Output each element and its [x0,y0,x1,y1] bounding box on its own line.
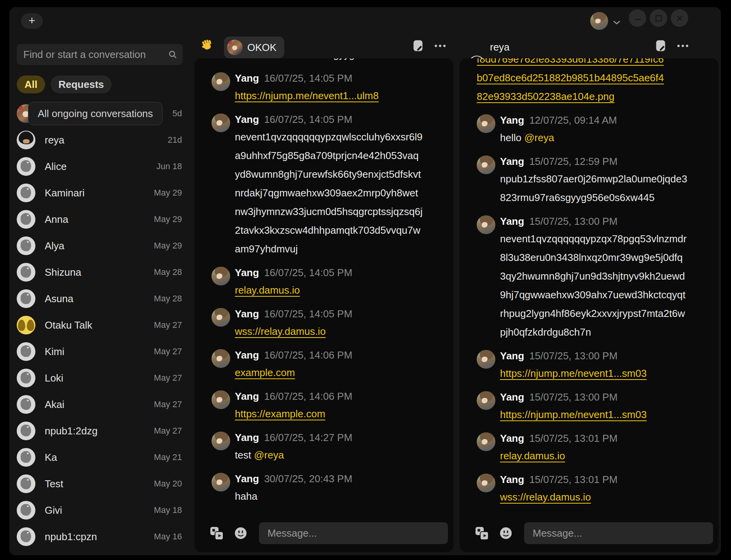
conversation-item[interactable]: AlyaMay 29 [17,233,182,259]
conversation-item[interactable]: KaMay 21 [17,444,182,471]
avatar [477,350,495,369]
filter-requests[interactable]: Requests [51,75,112,93]
message: Yang15/07/25, 13:01 PMrelay.damus.io [477,432,711,465]
conversation-date: May 29 [154,188,182,198]
filter-all[interactable]: All [17,75,45,93]
message-link[interactable]: https://njump.me/nevent1...ulm8 [235,90,379,102]
message: Yang15/07/25, 13:01 PMwss://relay.damus.… [477,473,711,506]
conversation-item[interactable]: AkaiMay 27 [17,391,182,418]
avatar [212,114,230,132]
conversation-item[interactable]: npub1:2dzgMay 27 [17,418,182,444]
chat-title: reya [490,41,510,53]
minimize-button[interactable] [629,9,646,27]
message-link[interactable]: wss://relay.damus.io [235,326,326,337]
message-link[interactable]: https://example.com [235,408,325,420]
message-input[interactable] [524,522,713,544]
conversation-name: Anna [45,214,68,226]
more-options-icon[interactable] [677,40,688,52]
avatar [17,131,35,149]
message: Yang16/07/25, 14:06 PMhttps://example.co… [212,390,446,423]
conversation-date: May 27 [154,426,182,436]
conversation-name: Ka [45,452,57,464]
conversation-item[interactable]: KimiMay 27 [17,338,182,365]
message: Yang16/07/25, 14:27 PMtest @reya [212,431,446,464]
more-options-icon[interactable] [435,40,446,52]
minimize-icon [635,19,641,20]
conversation-name: Shizuna [45,266,81,278]
account-avatar[interactable] [590,12,608,30]
conversation-item[interactable]: AliceJun 18 [17,153,182,180]
search-icon [168,50,177,59]
conversation-date: Jun 18 [156,161,182,172]
conversation-item[interactable]: TestMay 20 [17,471,182,497]
message: f8dd769e762fe83393d6f13386/7e7119fc6b07e… [477,58,711,106]
message-link[interactable]: relay.damus.io [235,284,300,296]
message-timestamp: 16/07/25, 14:06 PM [264,390,352,403]
message-body: npub1zfss807aer0j26mwp2la0ume0jqde3823rm… [500,170,688,207]
message-timestamp: 16/07/25, 14:27 PM [264,431,352,444]
message-list[interactable]: gyygYang16/07/25, 14:05 PMhttps://njump.… [212,58,446,512]
message: Yang16/07/25, 14:05 PMrelay.damus.io [212,266,446,299]
conversation-date: May 16 [154,532,182,542]
conversation-date: May 27 [154,399,182,410]
conversation-item[interactable]: reya21d [17,127,182,153]
mention[interactable]: @reya [524,132,554,144]
attach-media-icon[interactable] [210,527,224,540]
message-list[interactable]: f8dd769e762fe83393d6f13386/7e7119fc6b07e… [477,58,711,512]
conversation-item[interactable]: KaminariMay 29 [17,180,182,206]
message-link[interactable]: wss://relay.damus.io [500,491,591,503]
conversation-item[interactable]: GiviMay 18 [17,497,182,523]
conversation-name: Otaku Talk [45,319,92,331]
conversation-item[interactable]: AsunaMay 28 [17,285,182,312]
message-body: nevent1qvzqqqqqqypzqx78pgq53vlnzmdr8l3u3… [500,229,688,341]
emoji-icon[interactable] [499,527,512,540]
message-link[interactable]: f8dd769e762fe83393d6f13386/7e7119fc6b07e… [477,58,664,102]
message-body: relay.damus.io [500,446,617,465]
message-link[interactable]: https://njump.me/nevent1...sm03 [500,368,647,379]
avatar [477,114,495,133]
message-body: gyyg [333,58,355,64]
conversation-item[interactable]: LokiMay 27 [17,365,182,391]
avatar [17,289,35,308]
message-text: nevent1qvzqqqqqqypzqx78pgq53vlnzmdr8l3u3… [500,233,687,338]
attach-media-icon[interactable] [475,527,489,540]
conversation-name: Alya [45,240,65,252]
message-timestamp: 15/07/25, 13:01 PM [529,473,617,486]
message-sender: Yang [500,155,524,168]
conversation-date: May 20 [154,479,182,489]
conversation-item[interactable]: ShizunaMay 28 [17,259,182,285]
chevron-down-icon[interactable] [613,19,621,26]
message-sender: Yang [235,113,259,126]
avatar [227,40,243,55]
message-body: wss://relay.damus.io [235,322,352,341]
message-input[interactable] [259,522,448,544]
message-link[interactable]: relay.damus.io [500,450,565,462]
chat-panel-reya: f8dd769e762fe83393d6f13386/7e7119fc6b07e… [460,58,719,552]
message-text: test [235,449,254,461]
message-link[interactable]: https://njump.me/nevent1...sm03 [500,409,647,420]
message-sender: Yang [235,348,259,362]
chat-header-okok[interactable]: OKOK [224,37,284,58]
note-edit-icon[interactable] [413,40,423,52]
avatar [17,210,35,229]
mention[interactable]: @reya [254,449,284,461]
message-sender: Yang [500,114,524,127]
emoji-icon[interactable] [234,527,247,540]
avatar [17,527,35,546]
message-link[interactable]: example.com [235,367,295,378]
avatar [477,156,495,174]
message-composer [204,522,448,544]
avatar [212,72,230,91]
conversation-item[interactable]: AnnaMay 29 [17,206,182,233]
search-input[interactable] [17,49,168,61]
avatar [17,448,35,467]
conversation-date: May 29 [154,241,182,251]
new-conversation-button[interactable]: + [21,13,43,29]
note-edit-icon[interactable] [656,40,666,52]
message-sender: Yang [500,432,524,445]
maximize-button[interactable] [650,9,667,27]
close-button[interactable] [671,9,688,27]
conversation-item[interactable]: Otaku TalkMay 27 [17,312,182,338]
avatar [17,369,35,387]
conversation-item[interactable]: npub1:cpznMay 16 [17,523,182,550]
